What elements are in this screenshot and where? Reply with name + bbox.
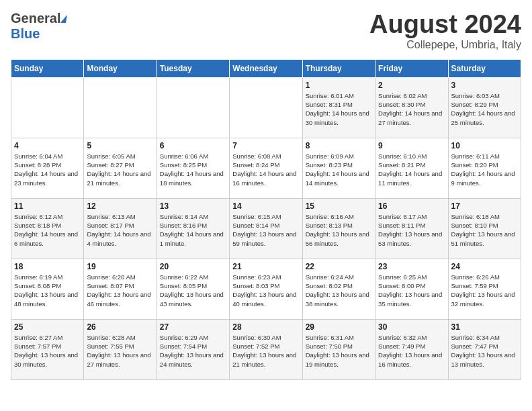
day-number: 7 bbox=[232, 141, 299, 150]
day-info: Sunrise: 6:14 AM Sunset: 8:16 PM Dayligh… bbox=[160, 212, 226, 248]
day-info: Sunrise: 6:17 AM Sunset: 8:11 PM Dayligh… bbox=[378, 212, 445, 248]
table-row: 18Sunrise: 6:19 AM Sunset: 8:08 PM Dayli… bbox=[11, 259, 84, 319]
table-row: 17Sunrise: 6:18 AM Sunset: 8:10 PM Dayli… bbox=[448, 198, 521, 259]
day-info: Sunrise: 6:19 AM Sunset: 8:08 PM Dayligh… bbox=[14, 273, 81, 308]
table-row: 2Sunrise: 6:02 AM Sunset: 8:30 PM Daylig… bbox=[375, 77, 448, 138]
day-number: 12 bbox=[87, 201, 153, 211]
header-friday: Friday bbox=[375, 59, 448, 77]
day-info: Sunrise: 6:23 AM Sunset: 8:03 PM Dayligh… bbox=[232, 273, 299, 308]
logo: General Blue bbox=[11, 11, 66, 42]
table-row: 21Sunrise: 6:23 AM Sunset: 8:03 PM Dayli… bbox=[230, 259, 302, 319]
day-info: Sunrise: 6:20 AM Sunset: 8:07 PM Dayligh… bbox=[87, 273, 153, 308]
day-info: Sunrise: 6:16 AM Sunset: 8:13 PM Dayligh… bbox=[306, 212, 372, 248]
table-row: 26Sunrise: 6:28 AM Sunset: 7:55 PM Dayli… bbox=[84, 319, 157, 379]
table-row bbox=[157, 77, 229, 138]
day-info: Sunrise: 6:13 AM Sunset: 8:17 PM Dayligh… bbox=[87, 212, 153, 248]
day-number: 21 bbox=[232, 262, 299, 271]
table-row: 13Sunrise: 6:14 AM Sunset: 8:16 PM Dayli… bbox=[157, 198, 229, 259]
day-number: 28 bbox=[232, 322, 299, 332]
table-row: 8Sunrise: 6:09 AM Sunset: 8:23 PM Daylig… bbox=[302, 138, 375, 198]
header-saturday: Saturday bbox=[448, 59, 521, 77]
header-tuesday: Tuesday bbox=[157, 59, 229, 77]
table-row: 5Sunrise: 6:05 AM Sunset: 8:27 PM Daylig… bbox=[84, 138, 157, 198]
day-info: Sunrise: 6:18 AM Sunset: 8:10 PM Dayligh… bbox=[451, 212, 518, 248]
title-block: August 2024 Collepepe, Umbria, Italy bbox=[369, 11, 521, 51]
day-info: Sunrise: 6:29 AM Sunset: 7:54 PM Dayligh… bbox=[160, 333, 226, 369]
day-number: 1 bbox=[306, 81, 372, 90]
day-number: 18 bbox=[14, 262, 81, 271]
day-info: Sunrise: 6:01 AM Sunset: 8:31 PM Dayligh… bbox=[306, 91, 372, 127]
day-info: Sunrise: 6:03 AM Sunset: 8:29 PM Dayligh… bbox=[451, 91, 518, 127]
logo-general: General bbox=[11, 11, 60, 26]
day-number: 5 bbox=[87, 141, 153, 150]
calendar-header: Sunday Monday Tuesday Wednesday Thursday… bbox=[11, 59, 521, 77]
day-info: Sunrise: 6:31 AM Sunset: 7:50 PM Dayligh… bbox=[306, 333, 372, 369]
table-row: 30Sunrise: 6:32 AM Sunset: 7:49 PM Dayli… bbox=[375, 319, 448, 379]
day-info: Sunrise: 6:02 AM Sunset: 8:30 PM Dayligh… bbox=[378, 91, 445, 127]
table-row: 1Sunrise: 6:01 AM Sunset: 8:31 PM Daylig… bbox=[302, 77, 375, 138]
header-wednesday: Wednesday bbox=[230, 59, 302, 77]
table-row: 19Sunrise: 6:20 AM Sunset: 8:07 PM Dayli… bbox=[84, 259, 157, 319]
table-row: 11Sunrise: 6:12 AM Sunset: 8:18 PM Dayli… bbox=[11, 198, 84, 259]
day-info: Sunrise: 6:25 AM Sunset: 8:00 PM Dayligh… bbox=[378, 273, 445, 308]
table-row: 14Sunrise: 6:15 AM Sunset: 8:14 PM Dayli… bbox=[230, 198, 302, 259]
day-info: Sunrise: 6:12 AM Sunset: 8:18 PM Dayligh… bbox=[14, 212, 81, 248]
day-number: 20 bbox=[160, 262, 226, 271]
day-info: Sunrise: 6:32 AM Sunset: 7:49 PM Dayligh… bbox=[378, 333, 445, 369]
day-info: Sunrise: 6:09 AM Sunset: 8:23 PM Dayligh… bbox=[306, 152, 372, 187]
table-row: 4Sunrise: 6:04 AM Sunset: 8:28 PM Daylig… bbox=[11, 138, 84, 198]
day-number: 9 bbox=[378, 141, 445, 150]
day-info: Sunrise: 6:08 AM Sunset: 8:24 PM Dayligh… bbox=[232, 152, 299, 187]
day-number: 19 bbox=[87, 262, 153, 271]
table-row: 20Sunrise: 6:22 AM Sunset: 8:05 PM Dayli… bbox=[157, 259, 229, 319]
table-row: 16Sunrise: 6:17 AM Sunset: 8:11 PM Dayli… bbox=[375, 198, 448, 259]
day-info: Sunrise: 6:27 AM Sunset: 7:57 PM Dayligh… bbox=[14, 333, 81, 369]
day-number: 8 bbox=[306, 141, 372, 150]
page-header: General Blue August 2024 Collepepe, Umbr… bbox=[11, 11, 521, 51]
day-info: Sunrise: 6:34 AM Sunset: 7:47 PM Dayligh… bbox=[451, 333, 518, 369]
table-row: 29Sunrise: 6:31 AM Sunset: 7:50 PM Dayli… bbox=[302, 319, 375, 379]
table-row: 3Sunrise: 6:03 AM Sunset: 8:29 PM Daylig… bbox=[448, 77, 521, 138]
table-row: 22Sunrise: 6:24 AM Sunset: 8:02 PM Dayli… bbox=[302, 259, 375, 319]
day-number: 17 bbox=[451, 201, 518, 211]
day-number: 14 bbox=[232, 201, 299, 211]
day-number: 11 bbox=[14, 201, 81, 211]
day-info: Sunrise: 6:24 AM Sunset: 8:02 PM Dayligh… bbox=[306, 273, 372, 308]
day-number: 26 bbox=[87, 322, 153, 332]
month-title: August 2024 bbox=[369, 11, 521, 39]
table-row: 27Sunrise: 6:29 AM Sunset: 7:54 PM Dayli… bbox=[157, 319, 229, 379]
table-row: 15Sunrise: 6:16 AM Sunset: 8:13 PM Dayli… bbox=[302, 198, 375, 259]
day-number: 30 bbox=[378, 322, 445, 332]
day-number: 2 bbox=[378, 81, 445, 90]
day-info: Sunrise: 6:05 AM Sunset: 8:27 PM Dayligh… bbox=[87, 152, 153, 187]
header-thursday: Thursday bbox=[302, 59, 375, 77]
day-info: Sunrise: 6:15 AM Sunset: 8:14 PM Dayligh… bbox=[232, 212, 299, 248]
header-monday: Monday bbox=[84, 59, 157, 77]
logo-blue: Blue bbox=[11, 26, 40, 42]
table-row: 10Sunrise: 6:11 AM Sunset: 8:20 PM Dayli… bbox=[448, 138, 521, 198]
day-number: 24 bbox=[451, 262, 518, 271]
day-info: Sunrise: 6:10 AM Sunset: 8:21 PM Dayligh… bbox=[378, 152, 445, 187]
day-number: 27 bbox=[160, 322, 226, 332]
table-row: 23Sunrise: 6:25 AM Sunset: 8:00 PM Dayli… bbox=[375, 259, 448, 319]
day-number: 3 bbox=[451, 81, 518, 90]
calendar-body: 1Sunrise: 6:01 AM Sunset: 8:31 PM Daylig… bbox=[11, 77, 521, 379]
table-row bbox=[230, 77, 302, 138]
header-sunday: Sunday bbox=[11, 59, 84, 77]
day-number: 16 bbox=[378, 201, 445, 211]
calendar-table: Sunday Monday Tuesday Wednesday Thursday… bbox=[11, 59, 521, 380]
day-info: Sunrise: 6:26 AM Sunset: 7:59 PM Dayligh… bbox=[451, 273, 518, 308]
day-info: Sunrise: 6:04 AM Sunset: 8:28 PM Dayligh… bbox=[14, 152, 81, 187]
table-row: 28Sunrise: 6:30 AM Sunset: 7:52 PM Dayli… bbox=[230, 319, 302, 379]
day-number: 15 bbox=[306, 201, 372, 211]
table-row: 31Sunrise: 6:34 AM Sunset: 7:47 PM Dayli… bbox=[448, 319, 521, 379]
day-info: Sunrise: 6:11 AM Sunset: 8:20 PM Dayligh… bbox=[451, 152, 518, 187]
table-row: 7Sunrise: 6:08 AM Sunset: 8:24 PM Daylig… bbox=[230, 138, 302, 198]
day-number: 23 bbox=[378, 262, 445, 271]
table-row: 24Sunrise: 6:26 AM Sunset: 7:59 PM Dayli… bbox=[448, 259, 521, 319]
table-row: 25Sunrise: 6:27 AM Sunset: 7:57 PM Dayli… bbox=[11, 319, 84, 379]
table-row bbox=[11, 77, 84, 138]
day-info: Sunrise: 6:22 AM Sunset: 8:05 PM Dayligh… bbox=[160, 273, 226, 308]
day-info: Sunrise: 6:06 AM Sunset: 8:25 PM Dayligh… bbox=[160, 152, 226, 187]
day-number: 6 bbox=[160, 141, 226, 150]
